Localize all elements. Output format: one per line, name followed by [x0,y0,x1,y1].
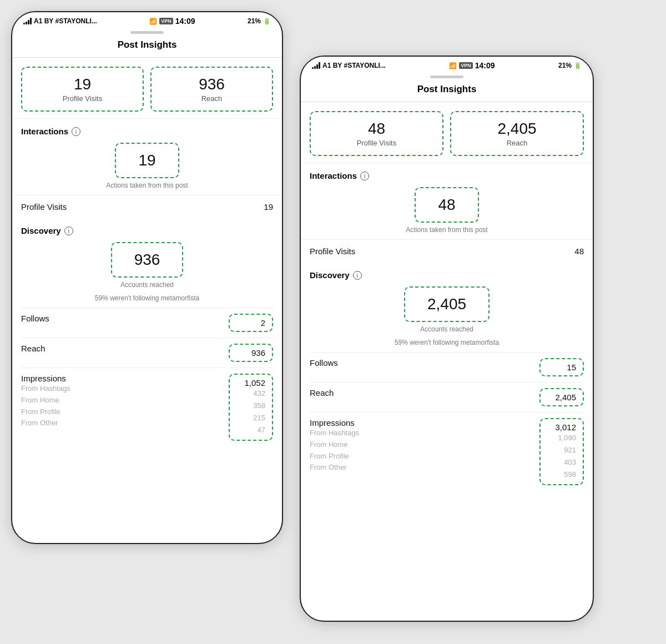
page-title-1: Post Insights [21,39,273,51]
battery-icon: 🔋 [263,18,271,25]
reach-box-1: 936 Reach [150,67,273,112]
discovery-sub-2: 59% weren't following metamorfista [310,339,584,346]
discovery-section-2: Discovery i 2,405 Accounts reached 59% w… [301,263,593,346]
follows-row-2: Follows 15 [310,352,584,382]
reach-row-2: Reach 2,405 [310,382,584,412]
discovery-info-icon-1[interactable]: i [64,227,73,235]
impressions-value-1: 1,052 [236,378,265,388]
profile-visits-row-label-2: Profile Visits [310,246,355,256]
wifi-icon: 📶 [149,18,157,25]
battery-text-1: 21% [248,17,261,25]
reach-number-1: 936 [163,76,261,93]
discovery-info-icon-2[interactable]: i [353,271,362,280]
impressions-row-2: Impressions From Hashtags From Home From… [310,412,584,491]
follows-value-1: 2 [236,318,265,328]
impressions-dashed-2: 3,012 1,090 921 403 598 [539,418,584,485]
profile-visits-row-value-2: 48 [574,246,584,256]
reach-label-2: Reach [462,139,572,147]
wifi-icon-2: 📶 [449,62,457,69]
from-hashtags-label-1: From Hashtags [21,383,70,395]
from-profile-label-1: From Profile [21,406,70,418]
reach-row-value-1: 936 [236,348,265,358]
from-hashtags-value-1: 432 [236,388,265,400]
discovery-box-2: 2,405 [404,286,490,322]
discovery-stat-2: 2,405 [310,286,584,322]
interactions-title-2: Interactions i [310,171,584,180]
carrier-text-1: A1 BY #STAYONLI... [34,17,97,25]
reach-box-2: 2,405 Reach [450,111,584,156]
discovery-number-2: 2,405 [427,295,466,313]
reach-dashed-2: 2,405 [539,388,584,406]
profile-visits-number-1: 19 [33,76,132,93]
stats-row-1: 19 Profile Visits 936 Reach [12,58,282,119]
impressions-row-1: Impressions From Hashtags From Home From… [21,368,273,446]
profile-visits-row-label-1: Profile Visits [21,202,67,212]
interactions-box-2: 48 [415,187,478,223]
profile-visits-box-2: 48 Profile Visits [310,111,443,156]
fri-section-1: Follows 2 Reach 936 Impressions From Has… [12,308,282,446]
time-1: 14:09 [175,17,195,26]
interactions-number-1: 19 [138,152,155,169]
signal-bars-icon [23,18,32,24]
impressions-label-1: Impressions [21,374,70,383]
interactions-info-icon-2[interactable]: i [360,172,369,180]
from-hashtags-label-2: From Hashtags [310,427,359,439]
status-left-1: A1 BY #STAYONLI... [23,17,97,25]
carrier-text-2: A1 BY #STAYONLI... [322,62,386,69]
status-left-2: A1 BY #STAYONLI... [312,62,386,69]
interactions-sub-2: Actions taken from this post [310,226,584,234]
reach-row-label-2: Reach [310,388,334,398]
follows-dashed-1: 2 [229,314,273,332]
discovery-sub-1: 59% weren't following metamorfista [21,294,273,302]
from-other-value-1: 47 [236,424,265,436]
interactions-title-1: Interactions i [21,127,273,136]
follows-label-2: Follows [310,358,338,368]
phone-2: A1 BY #STAYONLI... 📶 VPN 14:09 21% 🔋 Pos… [300,56,594,622]
discovery-number-1: 936 [134,251,160,269]
status-bar-2: A1 BY #STAYONLI... 📶 VPN 14:09 21% 🔋 [301,57,593,72]
vpn-badge-2: VPN [459,62,473,69]
fri-section-2: Follows 15 Reach 2,405 Impressions From … [301,352,593,491]
discovery-accounts-1: Accounts reached [21,281,273,289]
top-nav-2: Post Insights [301,78,593,102]
reach-number-2: 2,405 [462,120,572,138]
discovery-title-1: Discovery i [21,226,273,235]
reach-row-1: Reach 936 [21,338,273,368]
impressions-labels-1: Impressions From Hashtags From Home From… [21,374,70,429]
discovery-section-1: Discovery i 936 Accounts reached 59% wer… [12,218,282,302]
from-profile-value-2: 403 [547,456,576,469]
follows-value-2: 15 [547,363,576,372]
follows-row-1: Follows 2 [21,308,273,338]
profile-visits-label-2: Profile Visits [322,139,431,147]
signal-bars-icon-2 [312,62,320,69]
profile-visits-number-2: 48 [322,120,431,138]
impressions-value-2: 3,012 [547,422,576,432]
stats-row-2: 48 Profile Visits 2,405 Reach [301,102,593,163]
discovery-box-1: 936 [111,242,184,278]
top-nav-1: Post Insights [12,34,282,58]
phone-1: A1 BY #STAYONLI... 📶 VPN 14:09 21% 🔋 Pos… [11,11,283,544]
from-home-value-1: 358 [236,400,265,412]
interactions-box-1: 19 [115,143,179,178]
reach-row-label-1: Reach [21,344,45,353]
from-hashtags-value-2: 1,090 [547,432,576,444]
status-icons-1: 📶 VPN 14:09 [149,17,195,26]
from-home-label-2: From Home [310,439,359,451]
status-icons-2: 📶 VPN 14:09 [449,61,495,70]
interactions-info-icon-1[interactable]: i [72,127,80,136]
impressions-label-2: Impressions [310,418,359,427]
status-bar-1: A1 BY #STAYONLI... 📶 VPN 14:09 21% 🔋 [12,12,282,28]
status-right-1: 21% 🔋 [248,17,271,25]
reach-row-value-2: 2,405 [547,393,576,402]
profile-visits-row-value-1: 19 [264,202,273,212]
discovery-title-2: Discovery i [310,270,584,280]
discovery-accounts-2: Accounts reached [310,325,584,333]
interactions-stat-1: 19 [21,143,273,178]
profile-visits-label-1: Profile Visits [33,94,132,103]
from-home-label-1: From Home [21,395,70,406]
profile-visits-row-2: Profile Visits 48 [301,239,593,263]
interactions-number-2: 48 [438,196,455,214]
impressions-dashed-1: 1,052 432 358 215 47 [229,374,273,441]
profile-visits-row-1: Profile Visits 19 [12,195,282,218]
vpn-badge: VPN [159,18,173,24]
